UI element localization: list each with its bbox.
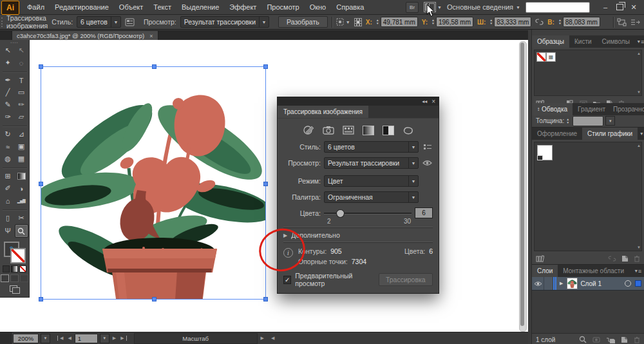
tab-transparency[interactable]: Прозрачность: [611, 103, 644, 115]
layer-thumbnail[interactable]: [567, 278, 578, 289]
tab-layers[interactable]: Слои: [532, 265, 558, 277]
mesh-tool[interactable]: ⊞: [1, 170, 15, 182]
selection-handle[interactable]: [39, 64, 43, 69]
low-color-preset-icon[interactable]: [343, 125, 354, 135]
paintbrush-tool[interactable]: ✎: [1, 99, 15, 111]
scroll-down-icon[interactable]: ▼: [637, 90, 641, 94]
stroke-weight-field[interactable]: [573, 116, 603, 126]
break-link-icon[interactable]: [608, 255, 616, 262]
preview-dropdown[interactable]: Результат трассировки ▼: [180, 16, 269, 28]
panel-menu-icon[interactable]: ▾≡: [635, 35, 644, 48]
color-button[interactable]: [3, 265, 10, 272]
graphic-style-list[interactable]: ▲ ▼: [534, 142, 642, 251]
free-transform-icon[interactable]: [617, 18, 627, 26]
type-tool[interactable]: T: [15, 74, 28, 86]
magic-wand-tool[interactable]: ✦: [1, 57, 15, 69]
traced-image-selection[interactable]: [41, 66, 266, 300]
selection-handle[interactable]: [152, 297, 156, 301]
slice-tool[interactable]: ✂: [15, 212, 28, 224]
swatch-none[interactable]: [536, 52, 546, 62]
delete-style-icon[interactable]: [634, 255, 640, 262]
menu-5[interactable]: Эффект: [224, 0, 261, 14]
graphic-style-default[interactable]: [537, 145, 553, 160]
column-graph-tool[interactable]: ▂▅▇: [15, 195, 28, 207]
panel-dock-icon[interactable]: [630, 19, 640, 26]
layer-row[interactable]: ▶ Слой 1: [532, 277, 644, 291]
next-artboard-button[interactable]: ▶: [111, 336, 117, 341]
x-field[interactable]: 49,781 mm: [381, 17, 418, 27]
scroll-up-icon[interactable]: ▲: [637, 144, 641, 148]
selection-handle[interactable]: [263, 64, 268, 69]
layer-visibility-toggle[interactable]: [532, 277, 544, 290]
eye-icon[interactable]: [422, 160, 433, 166]
grayscale-preset-icon[interactable]: [363, 125, 374, 135]
layer-lock-toggle[interactable]: [544, 277, 553, 290]
fill-stroke-control[interactable]: ?: [4, 242, 26, 263]
rotate-tool[interactable]: ↻: [1, 128, 15, 140]
eraser-tool[interactable]: ▱: [15, 111, 28, 123]
screen-mode-button[interactable]: [10, 285, 20, 293]
last-artboard-button[interactable]: ▶: [119, 336, 126, 341]
free-transform-tool[interactable]: ▣: [15, 140, 28, 153]
new-style-icon[interactable]: [621, 255, 629, 262]
view-dropdown[interactable]: Результат трассировки ▼: [324, 157, 419, 169]
search-input[interactable]: [526, 2, 590, 13]
chevron-down-icon[interactable]: ▼: [605, 116, 615, 126]
outline-preset-icon[interactable]: [402, 125, 414, 135]
scroll-up-icon[interactable]: ▲: [637, 52, 641, 55]
menu-8[interactable]: Справка: [331, 0, 369, 14]
line-segment-tool[interactable]: ╱: [1, 86, 15, 99]
menu-6[interactable]: Просмотр: [261, 0, 304, 14]
menu-4[interactable]: Выделение: [176, 0, 224, 14]
selection-handle[interactable]: [39, 297, 43, 301]
layer-expand-icon[interactable]: ▶: [558, 281, 564, 286]
status-display[interactable]: Масштаб: [134, 333, 258, 344]
pen-tool[interactable]: ✒: [1, 74, 15, 86]
menu-2[interactable]: Объект: [114, 0, 148, 14]
panel-grip[interactable]: ••••: [0, 40, 29, 44]
eyedropper-tool[interactable]: ✐: [1, 182, 15, 195]
stroke-swatch-none[interactable]: [10, 248, 26, 263]
panel-grip[interactable]: [1, 17, 5, 27]
tab-artboards[interactable]: Монтажные области: [558, 265, 629, 277]
rectangle-tool[interactable]: ▭: [15, 86, 28, 99]
transform-options-button[interactable]: ▼: [336, 17, 350, 26]
stroke-weight-stepper[interactable]: ▲▼: [566, 118, 569, 124]
tab-appearance[interactable]: Оформление: [532, 128, 582, 140]
black-white-preset-icon[interactable]: [383, 125, 394, 135]
previous-artboard-button[interactable]: ◀: [66, 336, 72, 341]
zoom-level-field[interactable]: 200%: [13, 334, 39, 343]
new-sublayer-icon[interactable]: [606, 336, 615, 343]
zoom-dropdown-icon[interactable]: ▼: [41, 334, 50, 343]
selection-handle[interactable]: [39, 182, 43, 186]
advanced-disclosure[interactable]: ▶ Дополнительно: [283, 227, 433, 242]
width-field[interactable]: 83,333 mm: [494, 17, 531, 27]
preset-menu-icon[interactable]: [422, 144, 433, 151]
draw-inside-button[interactable]: [20, 274, 28, 282]
y-stepper[interactable]: ▲▼: [431, 19, 435, 25]
zoom-tool[interactable]: [15, 224, 28, 238]
locate-object-icon[interactable]: [579, 336, 587, 343]
draw-normal-button[interactable]: [1, 274, 9, 282]
panel-menu-icon[interactable]: ▾≡: [632, 265, 644, 277]
style-dropdown[interactable]: 6 цветов ▼: [77, 16, 121, 28]
selection-tool[interactable]: ↖: [1, 44, 15, 57]
delete-layer-icon[interactable]: [634, 336, 640, 343]
trace-panel-toggle-icon[interactable]: [125, 18, 135, 26]
symbol-sprayer-tool[interactable]: ⌂: [1, 195, 15, 207]
panel-menu-icon[interactable]: ▾≡: [638, 128, 644, 140]
perspective-grid-tool[interactable]: ▦: [15, 153, 28, 165]
swatch-list[interactable]: ▦ ▲ ▼: [534, 50, 642, 96]
height-field[interactable]: 88,083 mm: [563, 17, 600, 27]
shape-builder-tool[interactable]: ◍: [1, 153, 15, 165]
tab-image-trace[interactable]: Трассировка изображения: [278, 106, 368, 118]
workspace-switcher[interactable]: Основные сведения ▼: [447, 3, 520, 11]
menu-0[interactable]: Файл: [22, 0, 50, 14]
style-dropdown[interactable]: 6 цветов ▼: [324, 141, 419, 153]
window-close-button[interactable]: ✕: [627, 2, 640, 12]
width-stepper[interactable]: ▲▼: [489, 19, 493, 25]
auto-color-preset-icon[interactable]: [303, 125, 314, 135]
clipping-mask-icon[interactable]: [592, 336, 600, 343]
selection-handle[interactable]: [152, 64, 156, 69]
close-icon[interactable]: ×: [431, 98, 435, 105]
